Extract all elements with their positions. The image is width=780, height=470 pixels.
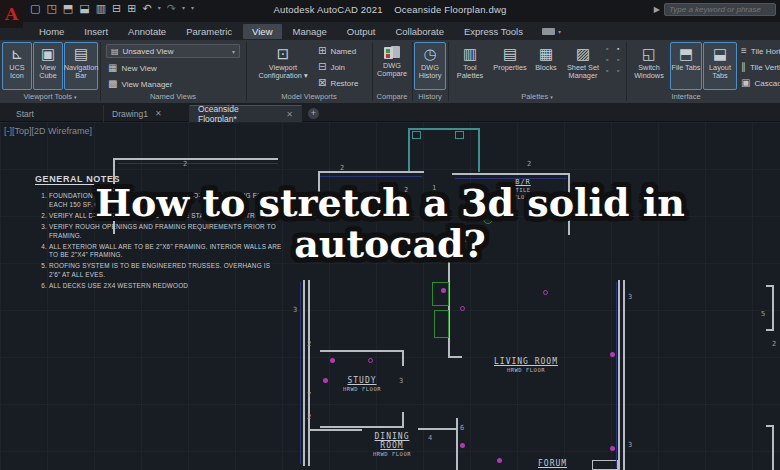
viewport-config-icon: ⊡ xyxy=(277,46,290,62)
panel-label-model-viewports[interactable]: Model Viewports xyxy=(246,92,372,101)
blocks-button[interactable]: ▦ Blocks xyxy=(531,42,561,90)
new-tab-button[interactable]: + xyxy=(308,108,319,119)
tab-collaborate[interactable]: Collaborate xyxy=(386,24,453,39)
navigation-bar-button[interactable]: ▤ Navigation Bar xyxy=(64,42,98,90)
palette-small-icon[interactable]: ▫ xyxy=(617,67,625,75)
properties-button[interactable]: ▤ Properties xyxy=(489,42,531,90)
wall-segment xyxy=(303,280,305,466)
autocad-window: ▢ ◳ ⬒ ⬓ ▥ ⊟ ⊞ ↶ ▾ ↷ ▾ ▾ Autodesk AutoCAD… xyxy=(0,0,780,470)
wall-segment xyxy=(772,425,774,470)
tab-parametric[interactable]: Parametric xyxy=(177,24,241,39)
wall-segment xyxy=(320,350,404,352)
viewport-configuration-button[interactable]: ⊡ Viewport Configuration ▾ xyxy=(252,42,314,90)
tab-manage[interactable]: Manage xyxy=(284,24,336,39)
electrical-symbol xyxy=(323,378,328,383)
sheet-set-manager-button[interactable]: ▨ Sheet Set Manager xyxy=(561,42,605,90)
tile-vertically-button[interactable]: ∥ Tile Vertically xyxy=(741,62,780,72)
new-view-button[interactable]: ▦ New View xyxy=(108,63,157,73)
file-tabs-icon: ⬒ xyxy=(679,46,693,62)
panel-label-named-views[interactable]: Named Views xyxy=(100,92,246,101)
chevron-down-icon: ▾ xyxy=(232,48,235,55)
file-tab-drawing1[interactable]: Drawing1 ✕ xyxy=(104,105,190,122)
drawing-canvas[interactable]: [-][Top][2D Wireframe] GENERAL NOTES FOU… xyxy=(0,122,780,470)
layout-tabs-toggle-button[interactable]: ⬓ Layout Tabs xyxy=(703,42,737,90)
view-manager-icon: ▩ xyxy=(108,79,117,89)
tile-horizontal-icon: ≡ xyxy=(741,46,747,56)
named-view-dropdown[interactable]: ▤ Unsaved View ▾ xyxy=(106,44,240,58)
room-label-forum: FORUM xyxy=(538,459,567,468)
close-icon[interactable]: ✕ xyxy=(286,110,293,119)
close-icon[interactable]: ✕ xyxy=(155,109,162,118)
headline-line1: How to stretch a 3d solid in xyxy=(0,182,780,223)
restore-viewports-button[interactable]: ⊠ Restore xyxy=(318,78,358,88)
ucs-icon-button[interactable]: ⊾ UCS Icon xyxy=(2,42,32,90)
panel-label-interface[interactable]: Interface xyxy=(626,92,746,101)
join-viewports-button[interactable]: ⊟ Join xyxy=(318,62,345,72)
blocks-icon: ▦ xyxy=(539,46,553,62)
sheet-set-icon: ▨ xyxy=(576,46,590,62)
cube-icon: ▣ xyxy=(41,46,55,62)
navigation-bar-icon: ▤ xyxy=(74,46,88,62)
panel-label-compare[interactable]: Compare xyxy=(372,92,412,101)
room-label-living: LIVING ROOM HRWD FLOOR xyxy=(483,357,569,373)
tab-annotate[interactable]: Annotate xyxy=(119,24,175,39)
ribbon-display-toggle[interactable]: ▾ xyxy=(542,28,561,35)
tile-horizontally-button[interactable]: ≡ Tile Horizontally xyxy=(741,46,780,56)
dwg-compare-button[interactable]: DWG Compare xyxy=(374,42,410,90)
panel-label-viewport-tools[interactable]: Viewport Tools ▾ xyxy=(0,92,100,101)
palette-small-icon[interactable]: ▫ xyxy=(606,56,614,64)
document-title: Oceanside Floorplan.dwg xyxy=(394,4,506,15)
electrical-symbol xyxy=(441,288,446,293)
wall-segment xyxy=(618,280,620,470)
wall-segment xyxy=(308,429,362,431)
dimension-label: 3 xyxy=(293,306,297,314)
view-cube-button[interactable]: ▣ View Cube xyxy=(33,42,63,90)
autocad-logo[interactable]: A xyxy=(0,0,23,28)
dimension-label: 2 xyxy=(340,164,344,172)
wall-segment xyxy=(766,285,774,287)
dwg-history-button[interactable]: ◷ DWG History xyxy=(414,42,446,90)
palette-small-icon[interactable]: ▫ xyxy=(606,67,614,75)
dimension-label: 2 xyxy=(527,160,531,168)
tab-output[interactable]: Output xyxy=(338,24,385,39)
file-tabs-toggle-button[interactable]: ⬒ File Tabs xyxy=(670,42,702,90)
wall-segment xyxy=(308,280,310,466)
tab-insert[interactable]: Insert xyxy=(75,24,117,39)
dimension-label: 3 xyxy=(628,293,632,301)
tab-home[interactable]: Home xyxy=(30,24,73,39)
view-manager-button[interactable]: ▩ View Manager xyxy=(108,79,172,89)
room-label-dining: DINING ROOM HRWD FLOOR xyxy=(360,432,424,457)
title-bar: ▢ ◳ ⬒ ⬓ ▥ ⊟ ⊞ ↶ ▾ ↷ ▾ ▾ Autodesk AutoCAD… xyxy=(0,0,780,22)
wall-segment xyxy=(418,428,458,430)
cascade-button[interactable]: ▣ Cascade xyxy=(741,78,780,88)
switch-windows-icon: ◱ xyxy=(642,46,656,62)
fixture-outline xyxy=(434,310,449,338)
dimension-line xyxy=(616,282,617,468)
electrical-symbol xyxy=(330,358,335,363)
wall-segment xyxy=(402,412,404,428)
search-play-icon[interactable]: ▶ xyxy=(654,5,660,14)
ribbon-tab-bar: Home Insert Annotate Parametric View Man… xyxy=(0,22,780,40)
file-tab-start[interactable]: Start xyxy=(8,105,104,122)
properties-icon: ▤ xyxy=(503,46,517,62)
panel-caret-icon: ▾ xyxy=(550,94,553,100)
named-viewports-button[interactable]: ⊞ Named xyxy=(318,46,356,56)
switch-windows-button[interactable]: ◱ Switch Windows xyxy=(630,42,668,90)
palette-small-icon[interactable]: ▪ xyxy=(617,45,625,53)
viewport-controls-label[interactable]: [-][Top][2D Wireframe] xyxy=(4,126,92,136)
file-tab-bar: Start Drawing1 ✕ Oceanside Floorplan* ✕ … xyxy=(0,103,780,122)
file-tab-oceanside-floorplan[interactable]: Oceanside Floorplan* ✕ xyxy=(190,105,302,122)
panel-label-palettes[interactable]: Palettes ▾ xyxy=(448,92,626,101)
tab-view[interactable]: View xyxy=(243,24,281,39)
electrical-symbol xyxy=(610,352,615,357)
panel-label-history[interactable]: History xyxy=(412,92,448,101)
dimension-label: 2 xyxy=(772,340,776,348)
electrical-symbol xyxy=(460,306,465,311)
headline-line2: autocad? xyxy=(0,223,780,264)
palette-small-icon[interactable]: ▫ xyxy=(606,45,614,53)
search-input[interactable] xyxy=(664,3,776,16)
tool-palettes-button[interactable]: ▥ Tool Palettes xyxy=(452,42,488,90)
palette-small-icon[interactable]: ▫ xyxy=(617,56,625,64)
wall-segment xyxy=(766,425,774,427)
tab-express-tools[interactable]: Express Tools xyxy=(455,24,532,39)
